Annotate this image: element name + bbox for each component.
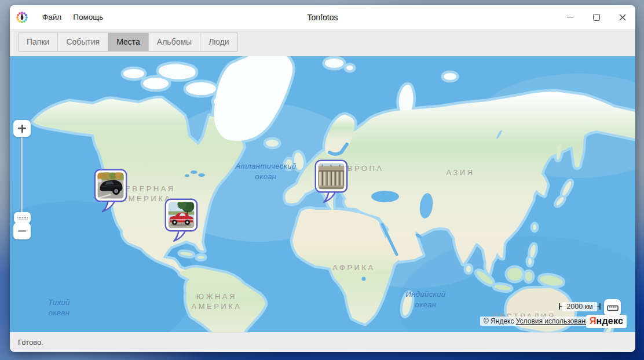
status-text: Готово. [18,338,43,347]
close-icon [619,14,626,21]
minimize-icon [567,17,573,18]
minimize-button[interactable] [557,5,583,29]
menu-item-file[interactable]: Файл [36,10,67,24]
scale-label: 2000 км [562,302,597,311]
view-tabs: Папки События Места Альбомы Люди [18,32,238,52]
close-button[interactable] [609,5,635,29]
map-view[interactable]: СЕВЕРНАЯ АМЕРИКА ЮЖНАЯ АМЕРИКА ЕВРОПА АЗ… [10,56,635,332]
photo-marker-black-car[interactable] [94,169,127,213]
app-window: Файл Помощь Tonfotos Папки События Места… [10,5,635,352]
tab-people[interactable]: Люди [200,33,237,51]
tab-places[interactable]: Места [108,33,148,51]
minus-icon [18,230,26,232]
menu-item-help[interactable]: Помощь [67,10,109,24]
zoom-out-button[interactable] [13,223,31,239]
scale-tick-left [559,303,560,310]
app-icon [16,11,28,24]
yandex-logo-ya: Я [590,316,597,326]
tab-folders[interactable]: Папки [19,33,57,51]
zoom-slider-handle[interactable] [14,212,31,223]
yandex-logo[interactable]: Яндекс [586,315,627,328]
status-bar: Готово. [10,332,635,352]
scale-bar: 2000 км [559,301,601,311]
yandex-logo-rest: ндекс [597,316,623,326]
copyright-text: © Яндекс [484,317,514,325]
tab-bar: Папки События Места Альбомы Люди [10,29,635,56]
title-bar: Файл Помощь Tonfotos [10,5,635,29]
attribution-text: © Яндекс Условия использования [480,317,597,326]
plus-icon [18,125,26,133]
tab-events[interactable]: События [57,33,108,51]
ruler-button[interactable] [604,299,621,316]
map-zoom-control [13,120,31,239]
zoom-in-button[interactable] [13,120,31,137]
photo-marker-red-car[interactable] [164,198,198,242]
window-controls [557,5,635,29]
maximize-icon [593,14,600,21]
zoom-slider-track[interactable] [20,137,23,221]
scale-tick-right [599,303,601,310]
terms-link[interactable]: Условия использования [516,317,593,325]
maximize-button[interactable] [583,5,609,29]
photo-marker-building[interactable] [314,159,348,203]
tab-albums[interactable]: Альбомы [148,33,200,51]
grip-dots-icon [17,216,28,220]
ruler-icon [606,301,619,314]
